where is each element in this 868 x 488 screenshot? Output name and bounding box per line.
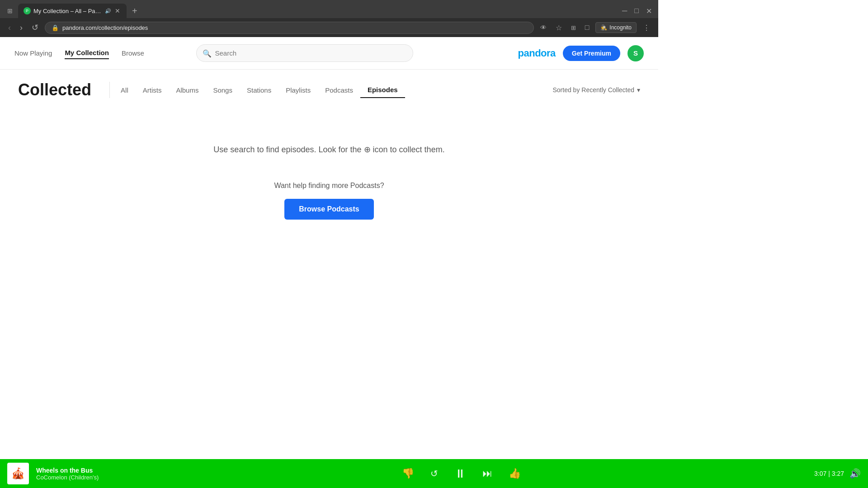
minimize-window-btn[interactable]: ─ [619,5,630,17]
empty-state: Use search to find episodes. Look for th… [18,108,640,238]
collection-title-section: Collected All Artists Albums Songs Stati… [18,80,405,99]
search-icon: 🔍 [203,49,212,57]
close-window-btn[interactable]: ✕ [643,5,655,17]
search-bar: 🔍 [196,44,413,62]
menu-btn[interactable]: ⋮ [640,22,653,34]
tab-title: My Collection – All – Pando [33,8,102,14]
divider [109,82,110,98]
tab-episodes[interactable]: Episodes [360,82,405,98]
url-text: pandora.com/collection/episodes [62,24,148,31]
incognito-btn[interactable]: 🕵 Incognito [595,22,637,33]
chevron-down-icon: ▾ [637,86,640,94]
address-bar[interactable]: 🔒 pandora.com/collection/episodes [45,22,534,34]
profile-btn[interactable]: □ [582,22,592,33]
user-avatar[interactable]: S [627,45,644,61]
my-collection-nav[interactable]: My Collection [65,47,109,59]
pandora-logo: pandora [518,47,556,59]
circle-plus-icon: ⊕ [364,145,371,155]
tab-favicon: P [24,7,31,14]
back-btn[interactable]: ‹ [5,21,14,34]
tab-songs[interactable]: Songs [206,83,240,98]
tab-stations[interactable]: Stations [240,83,278,98]
forward-btn[interactable]: › [17,21,25,34]
new-tab-btn[interactable]: + [128,6,141,16]
logo-text: pandora [518,47,556,59]
collection-area: Collected All Artists Albums Songs Stati… [0,70,658,249]
now-playing-nav[interactable]: Now Playing [14,47,52,59]
browser-chrome: ⊞ P My Collection – All – Pando 🔊 ✕ + ─ … [0,0,658,37]
top-nav-right: pandora Get Premium S [518,45,644,61]
browse-nav[interactable]: Browse [122,47,144,59]
tab-podcasts[interactable]: Podcasts [318,83,360,98]
incognito-label: Incognito [609,24,632,31]
tab-audio-icon: 🔊 [105,8,111,14]
collection-header: Collected All Artists Albums Songs Stati… [18,80,640,99]
search-input[interactable] [196,44,413,62]
nav-icons: 👁 ☆ ⊞ □ 🕵 Incognito ⋮ [538,22,653,34]
tab-group-btn[interactable]: ⊞ [4,5,16,16]
tab-playlists[interactable]: Playlists [278,83,318,98]
top-nav: Now Playing My Collection Browse 🔍 pando… [0,37,658,70]
reload-btn[interactable]: ↺ [29,21,41,34]
lock-icon: 🔒 [52,24,59,31]
help-text: Want help finding more Podcasts? [274,182,384,190]
tab-all[interactable]: All [113,83,136,98]
active-tab[interactable]: P My Collection – All – Pando 🔊 ✕ [18,4,127,18]
nav-bar: ‹ › ↺ 🔒 pandora.com/collection/episodes … [0,18,658,37]
help-section: Want help finding more Podcasts? Browse … [274,182,384,220]
bookmark-btn[interactable]: ☆ [553,22,565,34]
maximize-window-btn[interactable]: □ [632,5,642,17]
get-premium-btn[interactable]: Get Premium [563,46,620,61]
main-content: Now Playing My Collection Browse 🔍 pando… [0,37,658,249]
empty-state-text: Use search to find episodes. Look for th… [213,145,444,155]
incognito-icon: 🕵 [600,24,607,31]
tab-bar: ⊞ P My Collection – All – Pando 🔊 ✕ + ─ … [0,0,658,18]
collection-tabs: All Artists Albums Songs Stations Playli… [113,82,405,98]
tab-artists[interactable]: Artists [136,83,169,98]
nav-links: Now Playing My Collection Browse [14,47,144,59]
tab-close-btn[interactable]: ✕ [114,6,121,15]
tab-albums[interactable]: Albums [169,83,206,98]
browse-podcasts-btn[interactable]: Browse Podcasts [284,199,373,220]
collected-title: Collected [18,80,91,99]
extensions-btn[interactable]: 👁 [538,22,549,33]
chrome-apps-btn[interactable]: ⊞ [568,23,579,33]
sort-dropdown[interactable]: Sorted by Recently Collected ▾ [552,86,640,94]
sort-label: Sorted by Recently Collected [552,86,634,94]
